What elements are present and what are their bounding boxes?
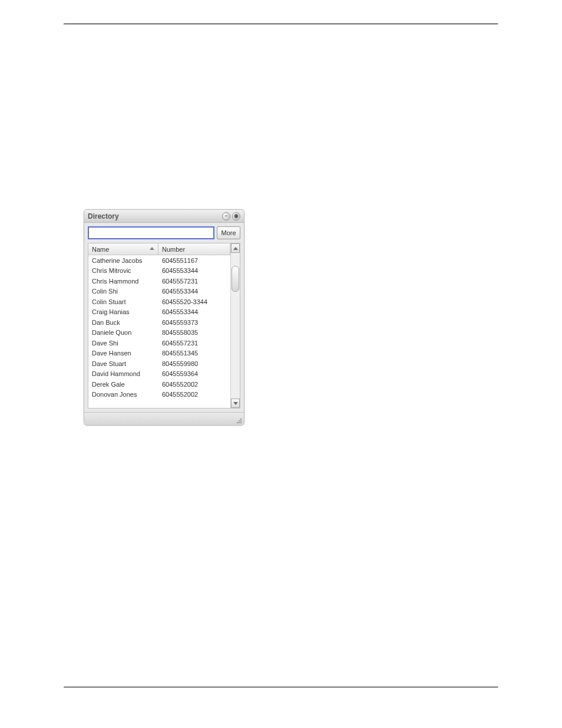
cell-name: Dave Hansen xyxy=(88,350,158,357)
sort-asc-icon xyxy=(150,247,154,250)
scrollbar[interactable] xyxy=(230,243,240,408)
scroll-track[interactable] xyxy=(231,253,240,398)
cell-number: 6045557231 xyxy=(158,278,230,285)
minimize-icon[interactable]: − xyxy=(222,212,230,220)
search-input[interactable] xyxy=(88,226,214,239)
cell-number: 8045558035 xyxy=(158,329,230,336)
cell-name: Chris Mitrovic xyxy=(88,267,158,274)
search-bar: More xyxy=(84,223,244,243)
cell-number: 6045551167 xyxy=(158,257,230,264)
cell-name: Catherine Jacobs xyxy=(88,257,158,264)
column-header-number[interactable]: Number xyxy=(158,243,230,255)
resize-grip-icon[interactable] xyxy=(236,417,242,423)
status-bar xyxy=(84,412,244,425)
cell-name: Colin Shi xyxy=(88,288,158,295)
chevron-down-icon xyxy=(233,402,238,405)
table-row[interactable]: Colin Shi6045553344 xyxy=(88,286,230,297)
table-row[interactable]: Derek Gale6045552002 xyxy=(88,379,230,390)
table-row[interactable]: Dave Stuart8045559980 xyxy=(88,358,230,369)
close-icon[interactable]: ◉ xyxy=(232,212,240,220)
cell-name: Daniele Quon xyxy=(88,329,158,336)
cell-number: 8045559980 xyxy=(158,360,230,367)
table-row[interactable]: Colin Stuart60455520-3344 xyxy=(88,297,230,307)
column-header-name[interactable]: Name xyxy=(88,243,158,255)
cell-name: Craig Hanias xyxy=(88,308,158,315)
cell-name: Derek Gale xyxy=(88,381,158,388)
column-label: Number xyxy=(162,246,185,253)
table-row[interactable]: Dan Buck6045559373 xyxy=(88,317,230,328)
cell-name: David Hammond xyxy=(88,370,158,377)
cell-name: Chris Hammond xyxy=(88,278,158,285)
titlebar[interactable]: Directory − ◉ xyxy=(84,210,244,223)
cell-number: 6045559364 xyxy=(158,370,230,377)
table-row[interactable]: Chris Mitrovic6045553344 xyxy=(88,266,230,276)
cell-name: Donovan Jones xyxy=(88,391,158,398)
cell-name: Colin Stuart xyxy=(88,298,158,305)
table-row[interactable]: Craig Hanias6045553344 xyxy=(88,307,230,318)
table-row[interactable]: David Hammond6045559364 xyxy=(88,369,230,380)
cell-name: Dave Stuart xyxy=(88,360,158,367)
table-row[interactable]: Donovan Jones6045552002 xyxy=(88,390,230,400)
cell-number: 6045553344 xyxy=(158,288,230,295)
scroll-thumb[interactable] xyxy=(232,266,239,292)
scroll-down-button[interactable] xyxy=(231,398,240,408)
directory-table: Name Number Catherine Jacobs6045551167Ch… xyxy=(88,243,240,409)
table-row[interactable]: Catherine Jacobs6045551167 xyxy=(88,255,230,266)
cell-number: 6045553344 xyxy=(158,308,230,315)
column-label: Name xyxy=(92,246,109,253)
cell-name: Dave Shi xyxy=(88,340,158,347)
scroll-up-button[interactable] xyxy=(231,243,240,253)
table-row[interactable]: Dave Shi6045557231 xyxy=(88,338,230,348)
cell-number: 60455520-3344 xyxy=(158,298,230,305)
cell-number: 8045551345 xyxy=(158,350,230,357)
table-row[interactable]: Daniele Quon8045558035 xyxy=(88,328,230,338)
cell-number: 6045552002 xyxy=(158,391,230,398)
cell-number: 6045557231 xyxy=(158,340,230,347)
cell-number: 6045553344 xyxy=(158,267,230,274)
cell-number: 6045559373 xyxy=(158,319,230,326)
table-row[interactable]: Chris Hammond6045557231 xyxy=(88,276,230,286)
table-row[interactable]: Dave Hansen8045551345 xyxy=(88,348,230,359)
more-button[interactable]: More xyxy=(217,226,240,239)
table-header: Name Number xyxy=(88,243,230,255)
window-title: Directory xyxy=(88,212,220,220)
cell-number: 6045552002 xyxy=(158,381,230,388)
chevron-up-icon xyxy=(233,247,238,250)
directory-window: Directory − ◉ More Name Number Catherine… xyxy=(84,209,244,426)
cell-name: Dan Buck xyxy=(88,319,158,326)
